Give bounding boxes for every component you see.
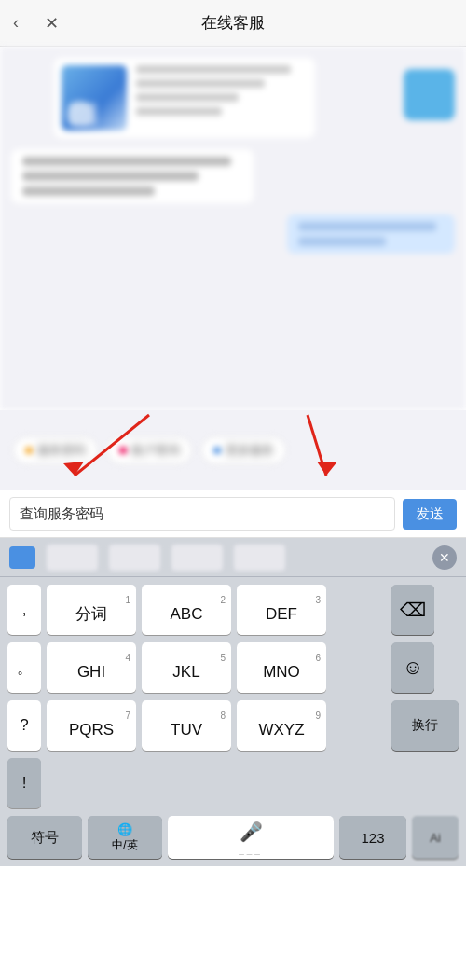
chat-card [54, 58, 315, 138]
toolbar-item-4[interactable] [234, 545, 285, 571]
card-image [62, 65, 127, 131]
left-punctuation-col: , 。 ? ! [7, 585, 41, 808]
key-2[interactable]: 2 ABC [142, 585, 231, 635]
toolbar-btn-1[interactable] [9, 546, 35, 569]
toolbar-item-2[interactable] [109, 545, 160, 571]
card-text [127, 65, 308, 131]
chat-bubble-left [11, 149, 455, 203]
key-6[interactable]: 6 MNO [237, 642, 326, 693]
key-7[interactable]: 7 PQRS [47, 700, 136, 751]
return-key[interactable]: 换行 [391, 700, 459, 751]
send-button[interactable]: 发送 [403, 499, 457, 530]
kb-right-col: ⌫ ☺ 换行 [391, 585, 459, 808]
header-nav[interactable]: ‹ ✕ [0, 13, 59, 34]
input-area: 发送 [0, 490, 466, 538]
toolbar-item-3[interactable] [171, 545, 223, 571]
kb-row-3: 7 PQRS 8 TUV 9 WXYZ [47, 700, 386, 751]
key-9[interactable]: 9 WXYZ [237, 700, 326, 751]
chat-area [0, 47, 466, 410]
keyboard: , 。 ? ! 1 分词 2 ABC 3 [0, 577, 466, 866]
page-title: 在线客服 [201, 12, 265, 34]
period-key[interactable]: 。 [7, 642, 41, 693]
comma-key[interactable]: , [7, 585, 41, 635]
back-icon[interactable]: ‹ [13, 13, 19, 33]
ai-key[interactable]: Ai [412, 816, 459, 859]
mic-icon: 🎤 [240, 821, 263, 843]
symbol-key[interactable]: 符号 [7, 816, 82, 859]
dot-blue [213, 447, 221, 454]
svg-line-2 [308, 415, 326, 476]
kb-row-2: 4 GHI 5 JKL 6 MNO [47, 642, 386, 693]
kb-bottom-row: 符号 🌐 中/英 🎤 ___ 123 Ai [4, 816, 462, 859]
close-icon[interactable]: ✕ [45, 13, 59, 34]
key-3[interactable]: 3 DEF [237, 585, 326, 635]
key-8[interactable]: 8 TUV [142, 700, 231, 751]
delete-key[interactable]: ⌫ [391, 585, 434, 635]
quick-tag-3[interactable]: 更多服务 [201, 436, 286, 464]
svg-marker-3 [317, 462, 337, 476]
quick-tag-1[interactable]: 服务密码 [13, 436, 98, 464]
key-1[interactable]: 1 分词 [47, 585, 136, 635]
key-4[interactable]: 4 GHI [47, 642, 136, 693]
message-input[interactable] [9, 497, 395, 531]
emoji-key[interactable]: ☺ [391, 642, 434, 693]
num-key[interactable]: 123 [339, 816, 406, 859]
dot-orange [25, 447, 33, 454]
quick-tag-2[interactable]: 账户查询 [107, 436, 192, 464]
corner-thumbnail [404, 69, 455, 120]
exclaim-key[interactable]: ! [7, 758, 41, 808]
kb-row-1: 1 分词 2 ABC 3 DEF [47, 585, 386, 635]
key-5[interactable]: 5 JKL [142, 642, 231, 693]
keyboard-main-grid: , 。 ? ! 1 分词 2 ABC 3 [4, 585, 462, 808]
lang-key[interactable]: 🌐 中/英 [88, 816, 162, 859]
toolbar-item-1[interactable] [47, 545, 98, 571]
quick-tags-area: 服务密码 账户查询 更多服务 [0, 410, 466, 490]
globe-icon: 🌐 [117, 822, 132, 836]
dot-red [119, 447, 127, 454]
toolbar-row: ✕ [0, 538, 466, 577]
header: ‹ ✕ 在线客服 [0, 0, 466, 47]
toolbar-close-button[interactable]: ✕ [432, 545, 457, 570]
kb-main-cols: 1 分词 2 ABC 3 DEF 4 GHI [47, 585, 386, 808]
space-key[interactable]: 🎤 ___ [168, 816, 334, 859]
question-key[interactable]: ? [7, 700, 41, 751]
chat-bubble-right [11, 214, 455, 254]
